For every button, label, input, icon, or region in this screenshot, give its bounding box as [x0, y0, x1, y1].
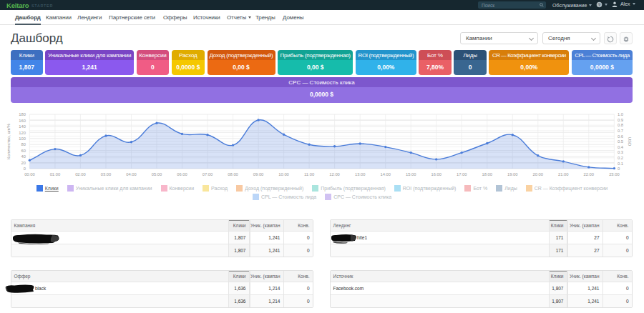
- svg-text:40: 40: [21, 154, 26, 159]
- svg-text:15:00: 15:00: [406, 172, 416, 177]
- svg-text:1.0: 1.0: [618, 112, 623, 116]
- svg-text:0.5: 0.5: [618, 139, 623, 144]
- svg-text:100: 100: [19, 136, 26, 141]
- svg-text:02:00: 02:00: [75, 172, 86, 177]
- svg-text:160: 160: [19, 119, 26, 123]
- svg-text:16:00: 16:00: [431, 172, 441, 177]
- svg-text:06:00: 06:00: [177, 172, 187, 177]
- svg-text:23:00: 23:00: [609, 172, 620, 177]
- svg-text:80: 80: [21, 142, 26, 146]
- svg-text:0.4: 0.4: [618, 145, 624, 149]
- svg-text:19:00: 19:00: [507, 172, 518, 177]
- svg-text:18:00: 18:00: [482, 172, 493, 177]
- svg-text:10:00: 10:00: [278, 172, 289, 177]
- svg-text:08:00: 08:00: [228, 172, 238, 177]
- svg-text:120: 120: [19, 131, 26, 135]
- svg-text:0.1: 0.1: [618, 162, 623, 166]
- svg-text:0.9: 0.9: [618, 118, 623, 122]
- svg-text:17:00: 17:00: [457, 172, 467, 177]
- svg-text:180: 180: [19, 112, 26, 116]
- svg-text:0.2: 0.2: [618, 156, 623, 160]
- svg-text:01:00: 01:00: [50, 172, 61, 177]
- svg-text:0: 0: [24, 167, 26, 171]
- svg-text:07:00: 07:00: [203, 172, 213, 177]
- svg-text:20:00: 20:00: [533, 172, 544, 177]
- svg-text:20: 20: [21, 161, 26, 165]
- svg-text:140: 140: [19, 124, 26, 129]
- svg-text:60: 60: [21, 149, 26, 153]
- svg-text:04:00: 04:00: [126, 172, 137, 177]
- svg-text:12:00: 12:00: [329, 172, 340, 177]
- svg-text:03:00: 03:00: [101, 172, 112, 177]
- svg-text:0.6: 0.6: [618, 134, 623, 139]
- svg-text:22:00: 22:00: [584, 172, 595, 177]
- svg-text:21:00: 21:00: [558, 172, 569, 177]
- svg-text:09:00: 09:00: [253, 172, 264, 177]
- svg-text:0.8: 0.8: [618, 123, 623, 127]
- svg-text:USD: USD: [628, 137, 632, 146]
- svg-text:00:00: 00:00: [24, 172, 35, 177]
- svg-text:11:00: 11:00: [304, 172, 314, 177]
- svg-text:0: 0: [618, 167, 620, 171]
- svg-text:05:00: 05:00: [152, 172, 162, 177]
- svg-text:14:00: 14:00: [380, 172, 391, 177]
- svg-text:13:00: 13:00: [355, 172, 366, 177]
- svg-text:0.3: 0.3: [618, 150, 623, 154]
- svg-text:Количество, шт/%: Количество, шт/%: [6, 123, 11, 159]
- svg-text:0.7: 0.7: [618, 129, 623, 133]
